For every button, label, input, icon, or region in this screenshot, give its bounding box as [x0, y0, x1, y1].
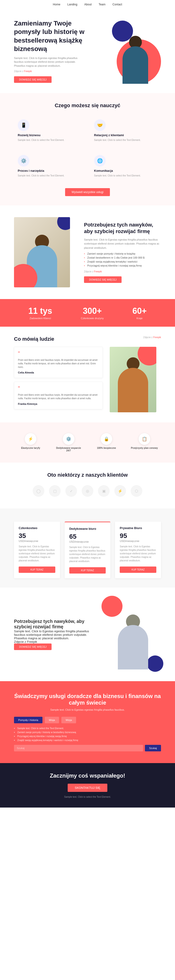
nav-landing[interactable]: Landing: [68, 3, 77, 6]
pricing-currency-1: USD/miesięcznie: [69, 540, 106, 543]
feature-text-0: Sample text. Click to select the Text El…: [18, 138, 81, 142]
grow-text-1: Potrzebujesz tych nawyków, aby szybciej …: [84, 221, 161, 283]
feature-text-1: Sample text. Click to select the Text El…: [94, 138, 157, 142]
hero-cta-button[interactable]: DOWIEDZ SIĘ WIĘCEJ: [14, 76, 52, 83]
footer-cta-title: Zacznijmy coś wspaniałego!: [14, 772, 161, 779]
client-icon-2: ✓: [65, 485, 77, 497]
services-search-input[interactable]: [14, 745, 143, 751]
grow-cta-button-2[interactable]: DOWIEDZ SIĘ WIĘCEJ: [14, 643, 52, 650]
feature-text-3: Sample text. Click to select the Text El…: [94, 174, 157, 177]
testimonials-photo-link[interactable]: Freepik: [153, 336, 161, 339]
feat-icon-circle-2: 🔒: [101, 433, 112, 445]
learn-all-services-button[interactable]: Wyświetl wszystkie usługi: [65, 188, 110, 196]
services-title: Świadczymy usługi doradcze dla biznesu i…: [14, 693, 161, 706]
feat-icon-circle-1: ⚙️: [63, 433, 74, 445]
services-content: Pomysły i historia Misja Wizja Sample te…: [14, 717, 161, 751]
services-layout: Pomysły i historia Misja Wizja Sample te…: [14, 717, 161, 751]
grow-image-2: [100, 599, 161, 670]
feat-icon-2: 🔒 100% bezpieczne: [90, 430, 123, 456]
grow-section-2: Potrzebujesz tych nawyków, aby szybciej …: [0, 587, 175, 681]
grow-photo-link-1[interactable]: Freepik: [94, 270, 102, 273]
client-icon-3: ◎: [82, 485, 93, 497]
pricing-grid: Członkostwo 35 USD/miesięcznie Sample te…: [14, 522, 161, 578]
services-submit-button[interactable]: Szukaj: [145, 745, 161, 751]
feat-icon-3: 📋 Przejrzysty plan cenowy: [128, 430, 161, 456]
clients-icons: ◯ ▢ ✓ ◎ ▣ ⚡ ⬡: [14, 485, 161, 497]
testimonial-author-0: Celia Almeda: [18, 371, 99, 374]
service-list-item-2: Przyciągnij więcej klientów i rozwijaj s…: [14, 735, 161, 738]
pricing-amount-1: 65: [69, 533, 106, 540]
learn-title: Czego możesz się nauczyć: [14, 102, 161, 108]
services-input-row: Szukaj: [14, 745, 161, 751]
feat-icon-1: ⚙️ Dedykowane wsparcie 24/7: [52, 430, 85, 456]
stat-2: 60+ Kraje: [132, 306, 147, 320]
grow-list-item-1: Zostań bestsellerem nr 1 dla Ciebie jest…: [84, 256, 161, 259]
pricing-btn-2[interactable]: KUP TERAZ: [120, 566, 156, 573]
pricing-section: Członkostwo 35 USD/miesięcznie Sample te…: [0, 509, 175, 587]
service-btn-1[interactable]: Pomysły i historia: [14, 717, 43, 723]
grow-title-2: Potrzebujesz tych nawyków, aby szybciej …: [14, 619, 91, 630]
hero-section: Zamieniamy Twoje pomysły lub historię w …: [0, 9, 175, 93]
grow-text-2: Potrzebujesz tych nawyków, aby szybciej …: [14, 619, 91, 650]
hero-photo-link[interactable]: Freepik: [24, 70, 32, 73]
clients-section: Oto niektórzy z naszych klientów ◯ ▢ ✓ ◎…: [0, 463, 175, 509]
service-list-item-1: Zamień swoje pomysły i historię w bestse…: [14, 731, 161, 733]
features-icons-section: ⚡ Elastyczne taryfy ⚙️ Dedykowane wsparc…: [0, 422, 175, 463]
pricing-desc-1: Sample text. Click to Egestas egestas fr…: [69, 546, 106, 563]
nav-contact[interactable]: Contact: [112, 3, 122, 6]
feat-icon-0: ⚡ Elastyczne taryfy: [14, 430, 47, 456]
feature-icon-2: ⚙️: [18, 155, 29, 167]
quote-icon-1: ": [18, 386, 99, 391]
stat-0: 11 tys Zadowoleni Klienci: [28, 306, 52, 320]
service-btn-2[interactable]: Misja: [45, 717, 59, 723]
services-subtitle: Sample text. Click to Egestas egestas fr…: [14, 708, 161, 711]
testimonials-section: Co mówią ludzie Zdjęcie z Freepik " Proi…: [0, 327, 175, 422]
grow-photo-link-2[interactable]: Freepik: [27, 640, 37, 643]
testimonial-1: " Proin sed libero enim sed faucibus tur…: [14, 382, 102, 409]
feature-title-2: Proces i narzędzia: [18, 169, 81, 172]
grow-list-item-2: Znajdź swoją wyjątkową tematykę i wartoś…: [84, 260, 161, 263]
client-icon-6: ⬡: [131, 485, 142, 497]
client-icon-1: ▢: [49, 485, 61, 497]
stat-label-1: Członkowie drużyny: [81, 317, 104, 320]
feature-title-0: Rozwój biznesu: [18, 134, 81, 137]
nav-about[interactable]: About: [84, 3, 91, 6]
grow-cta-button-1[interactable]: DOWIEDZ SIĘ WIĘCEJ: [84, 276, 121, 283]
feature-text-2: Sample text. Click to select the Text El…: [18, 174, 81, 177]
feature-card-3: 🌐 Komunikacja Sample text. Click to sele…: [90, 151, 161, 181]
testimonials-title: Co mówią ludzie: [14, 336, 54, 342]
pricing-btn-1[interactable]: KUP TERAZ: [69, 567, 106, 574]
client-icon-4: ▣: [98, 485, 110, 497]
feature-title-1: Relacjonj z klientami: [94, 134, 157, 137]
feat-icon-label-3: Przejrzysty plan cenowy: [130, 447, 159, 449]
pricing-amount-0: 35: [19, 532, 55, 539]
service-btn-3[interactable]: Wizja: [61, 717, 76, 723]
feature-icon-0: 📱: [18, 119, 29, 131]
feature-card-0: 📱 Rozwój biznesu Sample text. Click to s…: [14, 116, 85, 146]
stat-label-0: Zadowoleni Klienci: [28, 317, 52, 320]
hero-photo-credit: Zdjęcie z Freepik: [14, 70, 87, 73]
hero-title: Zamieniamy Twoje pomysły lub historię w …: [14, 19, 87, 53]
nav-home[interactable]: Home: [53, 3, 60, 6]
client-icon-5: ⚡: [114, 485, 126, 497]
clients-title: Oto niektórzy z naszych klientów: [14, 472, 161, 478]
learn-section: Czego możesz się nauczyć 📱 Rozwój biznes…: [0, 93, 175, 205]
grow-desc-2: Sample text. Click to Egestas egestas fr…: [14, 630, 91, 640]
testimonials-photo-credit: Zdjęcie z Freepik: [143, 336, 161, 339]
testimonial-author-1: Franka Kimreya: [18, 402, 99, 405]
footer-cta-button[interactable]: SKONTAKTUJ SIĘ: [68, 784, 107, 792]
pricing-type-2: Prywatne Biuro: [120, 526, 156, 530]
pricing-desc-0: Sample text. Click to Egestas egestas fr…: [19, 545, 55, 562]
stats-section: 11 tys Zadowoleni Klienci 300+ Członkowi…: [0, 299, 175, 327]
grow-list-item-3: Przyciągnij więcej klientów i rozwijaj s…: [84, 264, 161, 267]
grow-photo-credit-2: Zdjęcie z Freepik: [14, 640, 91, 643]
pricing-card-1: Dedykowane biuro 65 USD/miesięcznie Samp…: [65, 522, 110, 578]
feat-icon-label-1: Dedykowane wsparcie 24/7: [54, 447, 84, 452]
feat-icon-circle-0: ⚡: [25, 433, 36, 445]
stat-number-2: 60+: [132, 306, 147, 316]
testimonial-text-1: Proin sed libero enim sed faucibus turpi…: [18, 393, 99, 400]
nav-team[interactable]: Team: [99, 3, 106, 6]
navigation: Home Landing About Team Contact: [0, 0, 175, 9]
pricing-btn-0[interactable]: KUP TERAZ: [19, 566, 55, 573]
hero-text-block: Zamieniamy Twoje pomysły lub historię w …: [14, 19, 87, 83]
